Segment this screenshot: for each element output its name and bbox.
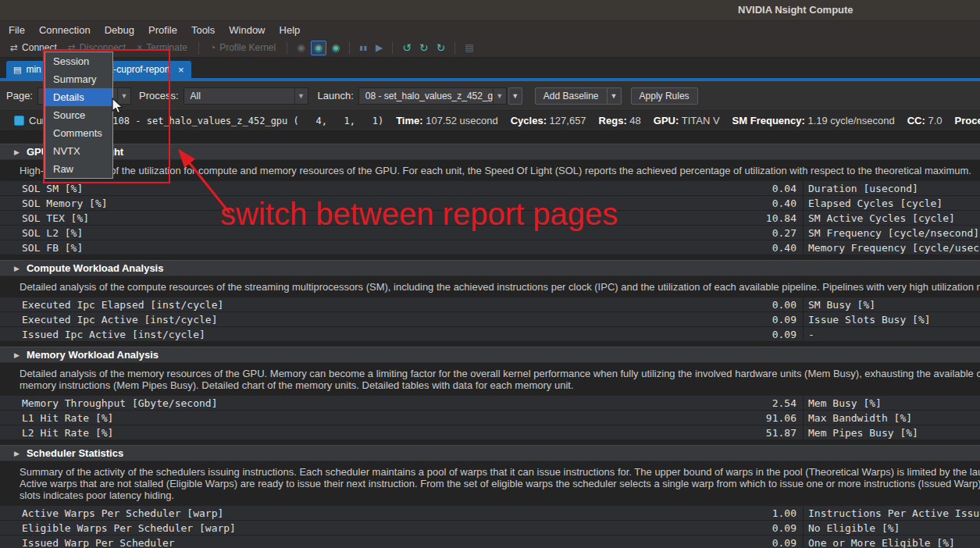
kernel-stat-regs: Regs: 48 [599, 115, 641, 126]
menu-debug[interactable]: Debug [98, 21, 141, 38]
metrics-table: Active Warps Per Scheduler [warp] 1.00 I… [0, 506, 980, 548]
menu-help[interactable]: Help [273, 21, 308, 38]
menu-window[interactable]: Window [222, 21, 272, 38]
terminate-icon: × [137, 42, 142, 53]
metric-name: Executed Ipc Elapsed [inst/cycle] [0, 299, 725, 311]
section-scheduler-statistics: ▶ Scheduler Statistics Summary of the ac… [0, 445, 980, 548]
section-header[interactable]: ▶ Compute Workload Analysis [0, 260, 980, 276]
menu-item-summary[interactable]: Summary [45, 70, 112, 88]
menu-item-session[interactable]: Session [45, 52, 112, 70]
menu-item-details[interactable]: Details [45, 88, 112, 106]
launch-dropdown-button[interactable]: ▼ [508, 87, 522, 105]
tab-cuprof-report[interactable]: t-cuprof-report × [104, 61, 191, 78]
profile-kernel-icon: ◔ [210, 42, 216, 53]
chevron-down-icon: ▼ [294, 88, 308, 104]
tab-close-icon[interactable]: × [178, 64, 184, 76]
kernel-stat-cc: CC: 7.0 [907, 115, 943, 126]
metric-value: 0.09 [725, 329, 803, 340]
step-forward-icon[interactable]: ↻ [437, 41, 446, 54]
apply-rules-button[interactable]: Apply Rules [631, 87, 698, 105]
section-header[interactable]: ▶ Scheduler Statistics [0, 445, 980, 461]
run-to-next-kernel-icon[interactable]: ↻ [419, 41, 429, 54]
menubar: File Connection Debug Profile Tools Wind… [0, 21, 980, 38]
chevron-down-icon: ▼ [117, 88, 130, 104]
menu-tools[interactable]: Tools [184, 21, 222, 38]
report-icon[interactable]: ▤ [465, 42, 473, 53]
add-baseline-button[interactable]: Add Baseline [535, 87, 608, 105]
metric-value: 0.27 [725, 227, 803, 239]
metric-value: 0.09 [725, 314, 803, 326]
page-bar: Page: Details ▼ Process: All ▼ Launch: 0… [0, 81, 980, 111]
table-row: L2 Hit Rate [%] 51.87 Mem Pipes Busy [%] [0, 425, 980, 440]
section-header[interactable]: ▶ Memory Workload Analysis [0, 347, 980, 363]
metric-name: Memory Throughput [Gbyte/second] [0, 397, 725, 409]
window-title: NVIDIA Nsight Compute [738, 4, 853, 16]
current-checkbox[interactable] [14, 116, 24, 126]
stat-label: Cycles: [511, 115, 547, 126]
menu-item-raw[interactable]: Raw [45, 160, 112, 178]
menu-item-nvtx[interactable]: NVTX [45, 142, 112, 160]
section-header[interactable]: ▶ GPU Speed Of Light [0, 144, 980, 160]
metric-name-2: Duration [usecond] [803, 181, 980, 195]
section-description: High-level overview of the utilization f… [0, 165, 980, 176]
kernel-stat-gpu: GPU: TITAN V [654, 115, 720, 126]
metric-name-2: Memory Frequency [cycle/usecond] [803, 240, 980, 254]
titlebar: NVIDIA Nsight Compute [0, 0, 980, 21]
kernel-stat-smfreq: SM Frequency: 1.19 cycle/nsecond [732, 115, 895, 126]
section-compute-workload-analysis: ▶ Compute Workload Analysis Detailed ana… [0, 260, 980, 342]
step-back-icon[interactable]: ↺ [402, 41, 412, 54]
section-gpu-speed-of-light: ▶ GPU Speed Of Light High-level overview… [0, 144, 980, 255]
metric-value: 0.09 [725, 537, 803, 548]
chevron-down-icon: ▼ [493, 88, 506, 104]
section-description: Detailed analysis of the compute resourc… [0, 281, 980, 293]
tab-label: min [26, 64, 41, 75]
metric-name: SOL SM [%] [0, 183, 725, 194]
metric-name-2: SM Frequency [cycle/nsecond] [803, 226, 980, 240]
stat-label: GPU: [654, 115, 679, 126]
launch-select[interactable]: 08 - set_halo_values_z_452_gpu ▼ [358, 87, 507, 105]
add-baseline-dropdown-button[interactable]: ▼ [608, 87, 622, 105]
metric-value: 1.00 [725, 507, 803, 519]
metric-name: Issued Warp Per Scheduler [0, 537, 725, 548]
expand-arrow-icon: ▶ [14, 351, 20, 359]
toolbar-separator [349, 42, 350, 54]
kernel-stat-time: Time: 107.52 usecond [396, 115, 498, 126]
metric-value: 0.40 [725, 242, 803, 254]
metric-name: SOL Memory [%] [0, 197, 725, 209]
description-line: Detailed analysis of the compute resourc… [20, 281, 980, 293]
menu-item-source[interactable]: Source [45, 106, 112, 124]
section-title: Scheduler Statistics [27, 447, 123, 459]
metric-value: 0.04 [725, 183, 803, 194]
page-label: Page: [6, 90, 33, 101]
menu-item-comments[interactable]: Comments [45, 124, 112, 142]
metric-name: Executed Ipc Active [inst/cycle] [0, 314, 725, 326]
profile-kernel-button[interactable]: ◔ Profile Kernel [205, 38, 281, 57]
resume-icon[interactable]: ▶ [376, 42, 383, 53]
table-row: Issued Warp Per Scheduler 0.09 One or Mo… [0, 536, 980, 548]
start-activity-icon[interactable]: ◉ [297, 42, 305, 53]
metric-name: L1 Hit Rate [%] [0, 412, 725, 424]
menu-file[interactable]: File [2, 21, 32, 38]
pause-icon[interactable]: ▮▮ [359, 44, 368, 52]
menu-connection[interactable]: Connection [32, 21, 98, 38]
process-select[interactable]: All ▼ [184, 87, 308, 105]
description-line: Active warps that are not stalled (Eligi… [20, 478, 980, 489]
terminate-button[interactable]: × Terminate [131, 38, 193, 57]
metric-name-2: Mem Pipes Busy [%] [803, 425, 980, 439]
toolbar-separator [198, 42, 199, 54]
auto-profile-toggle[interactable]: ◉ [311, 41, 326, 55]
toolbar: ⇄ Connect ⇄ Disconnect × Terminate ◔ Pro… [0, 38, 980, 58]
baseline-profile-icon[interactable]: ◉ [332, 42, 340, 53]
menu-profile[interactable]: Profile [141, 21, 184, 38]
expand-arrow-icon: ▶ [14, 450, 20, 457]
metric-name: Active Warps Per Scheduler [warp] [0, 507, 725, 519]
metric-name-2: SM Active Cycles [cycle] [803, 211, 980, 225]
table-row: Active Warps Per Scheduler [warp] 1.00 I… [0, 506, 980, 521]
page-dropdown-menu: Session Summary Details Source Comments … [45, 52, 113, 179]
nsight-compute-window: NVIDIA Nsight Compute File Connection De… [0, 0, 980, 548]
metric-name-2: One or More Eligible [%] [803, 536, 980, 548]
description-line: Detailed analysis of the memory resource… [20, 368, 980, 379]
description-line: memory instructions (Mem Pipes Busy). De… [20, 379, 980, 391]
stat-label: CC: [907, 115, 925, 126]
table-row: Issued Ipc Active [inst/cycle] 0.09 - [0, 327, 980, 342]
